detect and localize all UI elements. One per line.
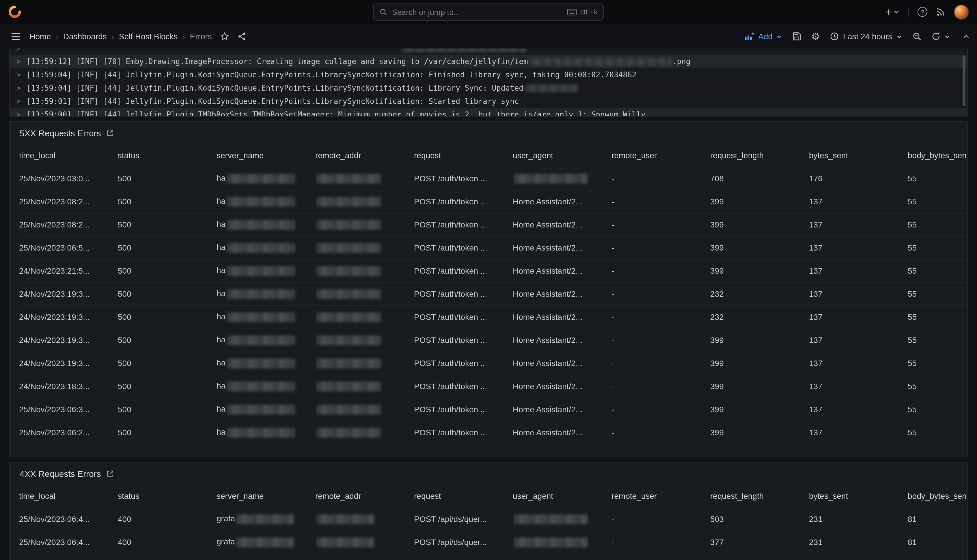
column-header[interactable]: body_bytes_sent [908,144,967,167]
table-cell: 81 [908,530,967,553]
redacted-text [317,405,381,415]
table-cell: 232 [710,282,809,305]
external-link-icon[interactable] [106,470,114,477]
favorite-button[interactable] [220,32,229,41]
column-header[interactable]: server_name [217,484,315,507]
external-link-icon[interactable] [106,129,114,137]
column-header[interactable]: status [118,144,217,167]
chevron-right-icon[interactable]: > [17,98,20,105]
table-cell: Home Assistant/2... [513,375,612,398]
redacted-text [529,57,672,65]
column-header[interactable]: user_agent [513,144,612,167]
table-cell: ha [217,236,315,259]
table-cell: Home Assistant/2... [513,352,612,375]
column-header[interactable]: request_length [710,484,809,507]
menu-icon[interactable] [7,28,25,45]
log-line[interactable]: >[13:59:04] [INF] [44] Jellyfin.Plugin.K… [10,82,967,95]
column-header[interactable]: status [118,484,217,507]
breadcrumb-home[interactable]: Home [30,32,51,41]
column-header[interactable]: remote_user [612,484,710,507]
add-panel-button[interactable]: Add [744,32,782,41]
column-header[interactable]: remote_addr [315,484,414,507]
divider [908,7,909,17]
table-cell: POST /auth/token ... [414,213,513,236]
breadcrumb-folder[interactable]: Self Host Blocks [119,32,178,41]
log-line[interactable]: >[13:59:00] [INF] [44] Jellyfin.Plugin.T… [10,108,967,117]
table-cell: 399 [710,352,809,375]
avatar[interactable] [954,4,969,19]
log-line[interactable]: > [10,48,967,55]
logs-scrollbar[interactable] [962,55,965,106]
zoom-out-button[interactable] [912,32,922,41]
log-line[interactable]: >[13:59:01] [INF] [44] Jellyfin.Plugin.K… [10,95,967,108]
table-cell [315,167,414,190]
panel-header[interactable]: 5XX Requests Errors [10,122,967,144]
table-cell: Home Assistant/2... [513,305,612,328]
search-icon [379,8,387,16]
panel-title[interactable]: 4XX Requests Errors [20,468,101,478]
grafana-logo-icon[interactable] [8,5,22,18]
column-header[interactable]: remote_addr [315,144,414,167]
column-header[interactable]: body_bytes_sent [908,484,967,507]
breadcrumb-current: Errors [190,32,212,41]
table-cell: Home Assistant/2... [513,398,612,421]
table-cell: ha [217,375,315,398]
table-cell: POST /auth/token ... [414,282,513,305]
collapse-toolbar-button[interactable] [962,33,970,40]
help-button[interactable]: ? [917,7,927,17]
table-cell: POST /auth/token ... [414,352,513,375]
news-button[interactable] [936,7,945,17]
log-text: [13:59:01] [INF] [44] Jellyfin.Plugin.Ko… [26,97,519,106]
column-header[interactable]: time_local [19,484,118,507]
log-line[interactable]: >[13:59:04] [INF] [44] Jellyfin.Plugin.K… [10,68,967,82]
cell-text: ha [217,173,225,182]
table-cell: POST /auth/token ... [414,328,513,352]
log-text: [13:59:04] [INF] [44] Jellyfin.Plugin.Ko… [26,70,636,79]
redacted-text [317,289,381,299]
chevron-right-icon[interactable]: > [17,48,20,52]
table-cell: Home Assistant/2... [513,328,612,352]
table-cell: - [612,305,710,328]
cell-text: ha [217,289,225,298]
table-row: 24/Nov/2023:19:3...500haPOST /auth/token… [19,282,967,305]
panel-header[interactable]: 4XX Requests Errors [10,462,967,484]
breadcrumb-dashboards[interactable]: Dashboards [63,32,107,41]
column-header[interactable]: bytes_sent [809,484,908,507]
panel-title[interactable]: 5XX Requests Errors [20,128,101,138]
refresh-button[interactable] [931,32,940,41]
table-cell: 55 [908,282,967,305]
search-field[interactable] [392,8,562,17]
column-header[interactable]: request [414,144,513,167]
save-dashboard-button[interactable] [792,32,802,41]
column-header[interactable]: request_length [710,144,809,167]
chevron-right-icon[interactable]: > [17,111,20,117]
column-header[interactable]: remote_user [612,144,710,167]
chevron-right-icon[interactable]: > [17,71,20,78]
table-row: 25/Nov/2023:08:2...500haPOST /auth/token… [19,190,967,213]
table-cell: - [612,507,710,530]
redacted-text [514,174,588,183]
keyboard-icon [567,9,577,16]
column-header[interactable]: server_name [217,144,315,167]
log-line[interactable]: >[13:59:12] [INF] [70] Emby.Drawing.Imag… [10,55,967,68]
table-row: 25/Nov/2023:03:0...500haPOST /auth/token… [19,167,967,190]
redacted-text [227,335,295,345]
new-dropdown-button[interactable]: + [885,7,900,17]
column-header[interactable]: request [414,484,513,507]
dashboard-settings-button[interactable]: ⚙ [811,32,820,41]
column-header[interactable]: time_local [19,144,118,167]
share-button[interactable] [237,32,247,41]
cell-text: ha [217,312,225,321]
chevron-right-icon[interactable]: > [17,84,20,92]
redacted-text [317,243,381,253]
search-input[interactable]: ctrl+k [373,3,604,21]
star-icon [220,32,229,41]
time-range-picker[interactable]: Last 24 hours [830,32,902,41]
save-icon [792,32,802,41]
column-header[interactable]: user_agent [513,484,612,507]
table-row: 25/Nov/2023:06:2...500haPOST /auth/token… [19,421,967,444]
table-cell: 399 [710,398,809,421]
chevron-right-icon[interactable]: > [17,58,20,65]
refresh-interval-dropdown[interactable] [944,33,950,40]
column-header[interactable]: bytes_sent [809,144,908,167]
